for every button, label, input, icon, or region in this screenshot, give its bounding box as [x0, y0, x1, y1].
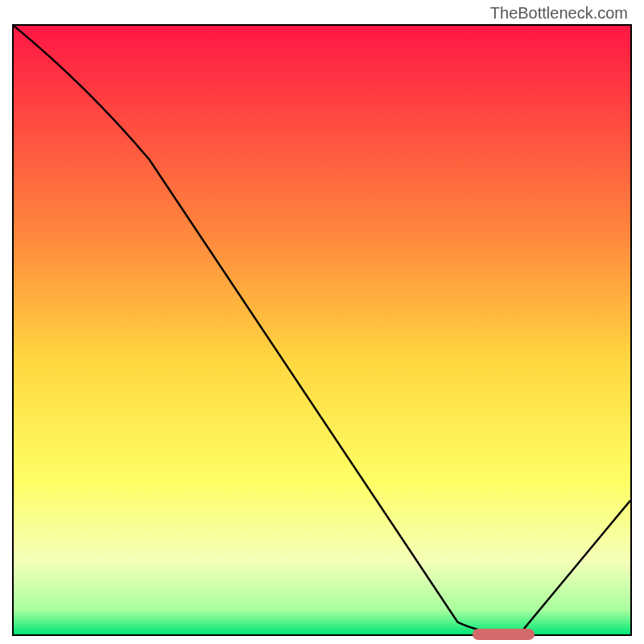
watermark-text: TheBottleneck.com [490, 4, 628, 23]
chart-plot-area [12, 24, 632, 636]
optimal-range-marker [473, 629, 535, 640]
bottleneck-curve [14, 26, 630, 634]
chart-container: TheBottleneck.com [0, 0, 644, 644]
